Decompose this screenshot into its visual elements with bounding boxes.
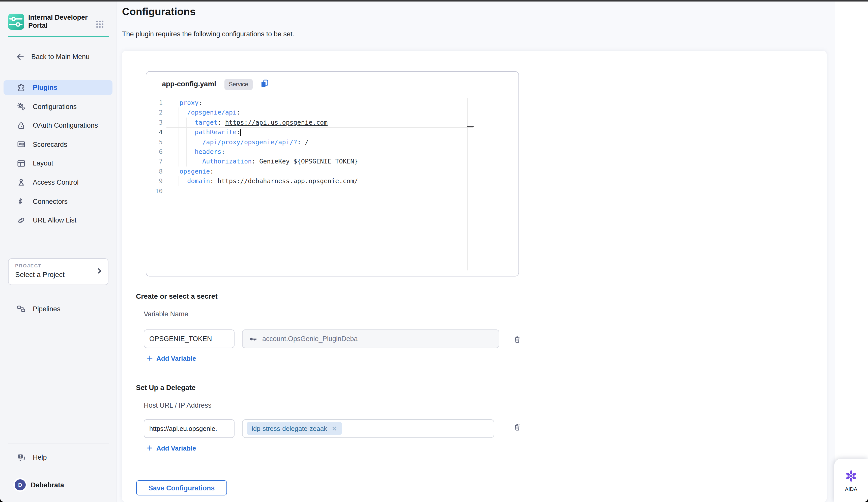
user-menu[interactable]: D Debabrata — [14, 478, 64, 492]
person-icon — [16, 177, 26, 187]
secret-section-title: Create or select a secret — [136, 292, 218, 300]
brand-title: Internal Developer Portal — [28, 13, 89, 30]
sidebar-item-label: Layout — [33, 160, 53, 167]
help-chat-icon: ? — [16, 452, 26, 462]
chevron-right-icon — [95, 266, 104, 277]
puzzle-icon — [16, 82, 26, 93]
sidebar-item-scorecards[interactable]: Scorecards — [3, 137, 113, 152]
link-icon — [16, 215, 26, 225]
sidebar-item-configurations[interactable]: Configurations — [3, 99, 113, 114]
sidebar-item-label: Scorecards — [33, 141, 67, 148]
editor-gutter: 12345678910 — [149, 98, 163, 196]
key-icon — [249, 334, 258, 343]
aida-flower-icon — [844, 469, 858, 483]
sidebar-item-label: Connectors — [33, 197, 68, 205]
sidebar-nav: Plugins Configurations OAuth Configurati… — [3, 80, 113, 227]
page-title: Configurations — [122, 5, 196, 18]
plus-icon — [146, 355, 153, 362]
delegate-section-title: Set Up a Delegate — [136, 383, 196, 391]
brand-underline — [8, 36, 109, 37]
host-url-input[interactable] — [144, 419, 235, 438]
delegate-tag-chip[interactable]: idp-stress-delegate-zeaak ✕ — [247, 422, 342, 435]
sidebar-item-pipelines[interactable]: Pipelines — [3, 301, 125, 316]
project-selector[interactable]: PROJECT Select a Project — [8, 258, 108, 285]
variable-name-input[interactable] — [144, 329, 235, 348]
add-variable-label: Add Variable — [156, 355, 196, 362]
pipelines-label: Pipelines — [33, 305, 61, 313]
service-badge: Service — [224, 79, 253, 90]
add-delegate-variable-button[interactable]: Add Variable — [146, 444, 196, 452]
editor-file-name: app-config.yaml — [162, 80, 216, 88]
plus-icon — [146, 444, 153, 452]
sidebar-item-label: URL Allow List — [33, 216, 76, 224]
secret-value: account.OpsGenie_PluginDeba — [262, 335, 358, 342]
help-label: Help — [33, 453, 47, 461]
right-gutter — [835, 1, 868, 502]
sidebar-item-label: Access Control — [33, 178, 79, 186]
sidebar-item-url-allow-list[interactable]: URL Allow List — [3, 213, 113, 227]
delegate-tag-label: idp-stress-delegate-zeaak — [252, 424, 327, 432]
idp-app: Internal Developer Portal Back to Main M… — [0, 1, 868, 502]
delete-variable-button[interactable] — [513, 334, 522, 344]
idp-logo-icon — [8, 13, 24, 30]
sidebar-item-connectors[interactable]: Connectors — [3, 194, 113, 208]
add-variable-label: Add Variable — [156, 444, 196, 452]
sidebar: Internal Developer Portal Back to Main M… — [0, 1, 116, 502]
connectors-icon — [16, 196, 26, 206]
sidebar-item-label: Configurations — [33, 103, 77, 110]
page-subtitle: The plugin requires the following config… — [122, 30, 294, 38]
pipelines-icon — [16, 304, 26, 314]
project-eyebrow: PROJECT — [15, 263, 42, 268]
sidebar-divider — [8, 443, 109, 443]
sidebar-item-plugins[interactable]: Plugins — [3, 80, 113, 95]
sidebar-item-label: OAuth Configurations — [33, 122, 98, 129]
sidebar-divider — [8, 244, 109, 244]
back-label: Back to Main Menu — [31, 53, 90, 61]
scorecard-icon — [16, 140, 26, 150]
avatar: D — [14, 479, 26, 490]
lock-icon — [16, 120, 26, 131]
sidebar-item-access-control[interactable]: Access Control — [3, 175, 113, 190]
save-configurations-button[interactable]: Save Configurations — [136, 480, 227, 495]
delegate-tags-field[interactable]: idp-stress-delegate-zeaak ✕ — [242, 419, 494, 438]
host-url-label: Host URL / IP Address — [144, 401, 211, 409]
remove-tag-icon[interactable]: ✕ — [332, 424, 337, 432]
secret-select-field[interactable]: account.OpsGenie_PluginDeba — [242, 329, 499, 348]
app-window: Internal Developer Portal Back to Main M… — [0, 0, 868, 502]
project-label: Select a Project — [15, 270, 64, 278]
indent-guide — [178, 108, 179, 166]
user-name: Debabrata — [31, 481, 64, 489]
aida-assistant-button[interactable]: AIDA — [834, 459, 868, 502]
editor-code-lines[interactable]: proxy: /opsgenie/api: target: https://ap… — [179, 98, 358, 196]
delete-delegate-button[interactable] — [513, 421, 522, 432]
copy-icon[interactable] — [259, 79, 269, 88]
sidebar-item-label: Plugins — [33, 84, 58, 91]
svg-text:?: ? — [19, 454, 22, 458]
add-variable-button[interactable]: Add Variable — [146, 355, 196, 362]
window-top-edge — [0, 0, 868, 1]
layout-icon — [16, 158, 26, 168]
variable-name-label: Variable Name — [144, 310, 188, 318]
app-grid-icon[interactable] — [95, 19, 104, 29]
help-button[interactable]: ? Help — [3, 450, 125, 465]
editor-cursor-marker — [467, 125, 474, 127]
arrow-left-icon — [15, 52, 25, 62]
sidebar-item-oauth-configurations[interactable]: OAuth Configurations — [3, 118, 113, 133]
sidebar-item-layout[interactable]: Layout — [3, 156, 113, 171]
editor-content-edge — [467, 98, 467, 270]
aida-label: AIDA — [845, 485, 857, 492]
gears-icon — [16, 101, 26, 112]
indent-guide — [178, 176, 179, 186]
back-to-main-menu[interactable]: Back to Main Menu — [15, 52, 90, 62]
